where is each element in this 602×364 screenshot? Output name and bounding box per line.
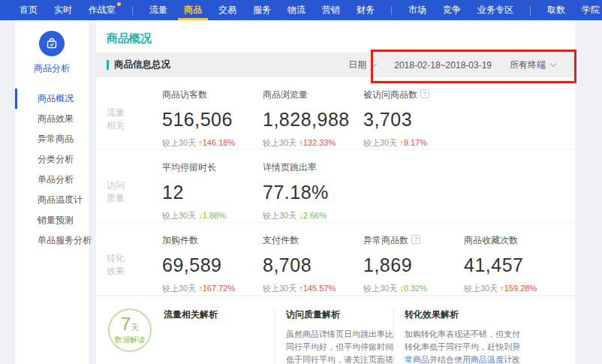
- sidebar-menu: 商品概况 商品效果 异常商品 分类分析 单品分析 商品温度计 销量预测 单品服务…: [15, 89, 89, 251]
- metric-row-visit-quality: 访问质量 平均停留时长 12 较上30天↓1.88% 详情页跳出率 77.18%…: [96, 150, 575, 223]
- change-value: ↓0.32%: [399, 284, 427, 293]
- metric-abnormal-products: 异常商品数? 1,869 较上30天↓0.32%: [363, 234, 464, 295]
- metric-detail-bounce-rate: 详情页跳出率 77.18% 较上30天↓2.66%: [263, 161, 363, 222]
- insight-traffic: 流量相关解析: [164, 308, 275, 364]
- nav-item-trade[interactable]: 交易: [218, 0, 236, 20]
- metric-group-label: 转化效果: [104, 234, 162, 295]
- sidebar-item-abnormal-products[interactable]: 异常商品: [15, 129, 89, 149]
- help-icon[interactable]: ?: [420, 89, 429, 98]
- insight-title: 访问质量解析: [286, 308, 393, 321]
- metric-compare: 较上30天↑159.28%: [464, 283, 564, 294]
- badge-value: 7: [121, 314, 131, 334]
- sidebar-item-single-product-analysis[interactable]: 单品分析: [15, 170, 89, 190]
- insight-text: 并结合使用: [429, 355, 471, 364]
- metric-value: 516,506: [162, 109, 263, 131]
- nav-item-realtime[interactable]: 实时: [54, 0, 72, 20]
- nav-item-product[interactable]: 商品: [184, 0, 202, 20]
- metric-compare: 较上30天↑167.72%: [162, 283, 263, 294]
- compare-label: 较上30天: [162, 138, 196, 147]
- compare-label: 较上30天: [464, 284, 498, 293]
- nav-divider: [391, 6, 392, 15]
- sidebar-item-product-overview[interactable]: 商品概况: [15, 89, 89, 109]
- metric-compare: 较上30天↓2.66%: [263, 210, 363, 221]
- metric-label: 商品收藏次数: [464, 234, 564, 247]
- insight-conversion: 转化效果解析 加购转化率表现还不错，但支付转化率低于同行平均，赶快到异常商品并结…: [393, 308, 527, 364]
- sidebar-header: 商品分析: [15, 20, 89, 83]
- insight-body: 加购转化率表现还不错，但支付转化率低于同行平均，赶快到异常商品并结合使用商品温度…: [405, 328, 527, 364]
- filters: 日期 2018-02-18~2018-03-19 所有终端: [348, 59, 555, 71]
- compare-label: 较上30天: [263, 284, 296, 293]
- insight-link-product-thermometer[interactable]: 商品温度计: [471, 355, 512, 364]
- sidebar: 商品分析 商品概况 商品效果 异常商品 分类分析 单品分析 商品温度计 销量预测…: [15, 20, 89, 364]
- compare-label: 较上30天: [363, 138, 397, 147]
- change-value: ↑167.72%: [198, 284, 235, 293]
- chevron-down-icon: [550, 60, 556, 66]
- nav-item-data-extract[interactable]: 取数: [547, 0, 565, 20]
- nav-item-marketing[interactable]: 营销: [322, 0, 340, 20]
- metric-label: 详情页跳出率: [263, 161, 363, 174]
- metric-label: 支付件数: [263, 234, 363, 247]
- nav-divider: [530, 6, 531, 15]
- metric-label: 商品访客数: [162, 89, 263, 101]
- change-value: ↓1.88%: [198, 211, 226, 220]
- sidebar-item-product-effect[interactable]: 商品效果: [15, 109, 89, 129]
- nav-item-home[interactable]: 首页: [20, 0, 38, 20]
- sidebar-group-label: 商品分析: [15, 62, 89, 75]
- insight-title: 流量相关解析: [164, 308, 275, 321]
- shopping-bag-icon: [45, 37, 59, 50]
- metric-compare: 较上30天↓1.88%: [162, 210, 263, 221]
- page-left-gutter: [0, 20, 15, 364]
- metric-product-favorites: 商品收藏次数 41,457 较上30天↑159.28%: [464, 234, 564, 295]
- terminal-dropdown[interactable]: 所有终端: [510, 59, 555, 71]
- change-value: ↑132.33%: [299, 138, 336, 147]
- compare-label: 较上30天: [363, 284, 397, 293]
- metric-group-label: 流量相关: [104, 89, 162, 149]
- compare-label: 较上30天: [263, 211, 296, 220]
- metric-group-label: 访问质量: [104, 161, 162, 222]
- terminal-label: 所有终端: [510, 59, 546, 71]
- date-type-label: 日期: [348, 59, 366, 71]
- nav-item-business-zone[interactable]: 业务专区: [477, 0, 513, 20]
- insight-title: 转化效果解析: [405, 308, 527, 321]
- metric-value: 12: [162, 182, 263, 203]
- metric-label: 平均停留时长: [162, 161, 263, 174]
- date-range-value[interactable]: 2018-02-18~2018-03-19: [394, 60, 492, 71]
- nav-item-market[interactable]: 市场: [408, 0, 426, 20]
- metric-label-text: 被访问商品数: [363, 89, 417, 100]
- date-type-dropdown[interactable]: 日期: [348, 59, 376, 71]
- metric-label: 被访问商品数?: [363, 89, 464, 101]
- help-icon[interactable]: ?: [411, 235, 420, 244]
- sidebar-item-category-analysis[interactable]: 分类分析: [15, 149, 89, 170]
- nav-item-academy[interactable]: 学院: [582, 0, 600, 20]
- nav-item-competition[interactable]: 竞争: [443, 0, 461, 20]
- metric-value: 69,589: [162, 254, 263, 276]
- sidebar-item-single-product-service[interactable]: 单品服务分析: [15, 230, 89, 251]
- nav-item-finance[interactable]: 财务: [357, 0, 375, 20]
- chevron-down-icon: [371, 60, 377, 66]
- change-value: ↓2.66%: [299, 211, 327, 220]
- metric-value: 1,828,988: [263, 109, 363, 131]
- badge-caption: 数据解读: [110, 335, 150, 345]
- sidebar-item-product-thermometer[interactable]: 商品温度计: [15, 190, 89, 210]
- nav-item-traffic[interactable]: 流量: [149, 0, 167, 20]
- change-value: ↑159.28%: [500, 284, 537, 293]
- section-title: 商品信息总况: [114, 59, 170, 71]
- metric-value: 8,708: [263, 254, 363, 276]
- metric-value: 1,869: [363, 254, 464, 276]
- metric-row-traffic: 流量相关 商品访客数 516,506 较上30天↑146.18% 商品浏览量 1…: [96, 77, 575, 150]
- metric-paid-items: 支付件数 8,708 较上30天↑145.57%: [263, 234, 363, 295]
- main-content: 商品概况 商品信息总况 日期 2018-02-18~2018-03-19 所有终…: [96, 20, 575, 364]
- metric-label: 加购件数: [162, 234, 263, 247]
- metric-compare: 较上30天↑145.57%: [263, 283, 363, 294]
- metric-product-pageviews: 商品浏览量 1,828,988 较上30天↑132.33%: [263, 89, 363, 149]
- nav-item-logistics[interactable]: 物流: [287, 0, 306, 20]
- product-analysis-icon: [39, 31, 65, 56]
- notification-dot: [117, 2, 121, 6]
- nav-item-war-room[interactable]: 作战室: [89, 0, 116, 20]
- nav-item-service[interactable]: 服务: [253, 0, 271, 20]
- compare-label: 较上30天: [162, 284, 196, 293]
- metric-product-visitors: 商品访客数 516,506 较上30天↑146.18%: [162, 89, 263, 149]
- metric-visited-products: 被访问商品数? 3,703 较上30天↑9.17%: [363, 89, 464, 149]
- sidebar-item-sales-forecast[interactable]: 销量预测: [15, 210, 89, 230]
- metric-compare: 较上30天↑146.18%: [162, 137, 263, 149]
